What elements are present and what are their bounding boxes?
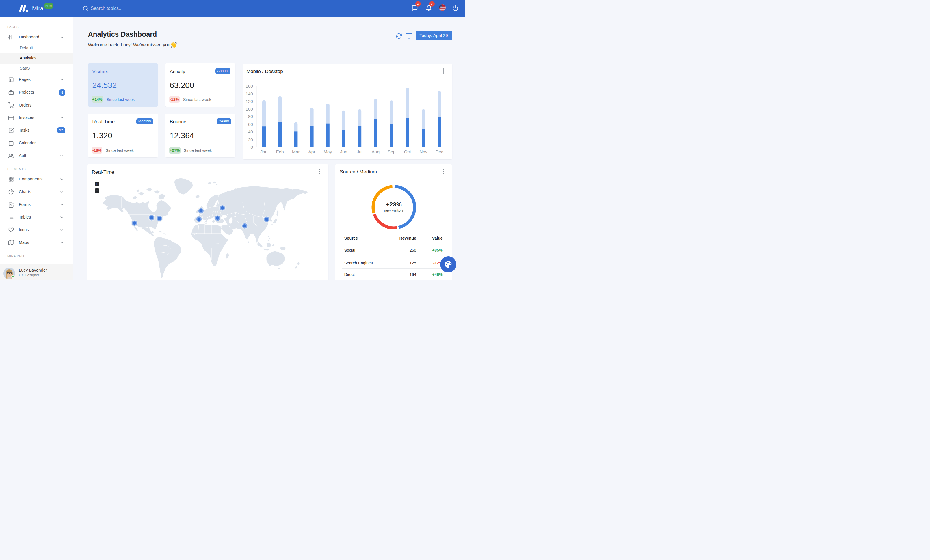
- svg-text:120: 120: [245, 99, 253, 104]
- svg-text:140: 140: [245, 91, 253, 96]
- svg-text:Mar: Mar: [292, 149, 300, 154]
- svg-text:Apr: Apr: [308, 149, 316, 154]
- svg-text:Jul: Jul: [357, 149, 362, 154]
- svg-text:Nov: Nov: [419, 149, 428, 154]
- svg-text:60: 60: [248, 121, 253, 126]
- svg-text:20: 20: [248, 137, 253, 142]
- svg-text:Sep: Sep: [388, 149, 396, 154]
- svg-text:Oct: Oct: [404, 149, 411, 154]
- svg-text:40: 40: [248, 129, 253, 134]
- svg-text:80: 80: [248, 114, 253, 119]
- svg-text:May: May: [323, 149, 332, 154]
- svg-text:Jun: Jun: [340, 149, 348, 154]
- svg-text:Aug: Aug: [372, 149, 380, 154]
- svg-text:Feb: Feb: [276, 149, 284, 154]
- svg-text:Dec: Dec: [435, 149, 443, 154]
- svg-text:100: 100: [245, 106, 253, 111]
- svg-text:160: 160: [245, 83, 253, 88]
- svg-text:Jan: Jan: [260, 149, 268, 154]
- svg-text:0: 0: [250, 144, 253, 150]
